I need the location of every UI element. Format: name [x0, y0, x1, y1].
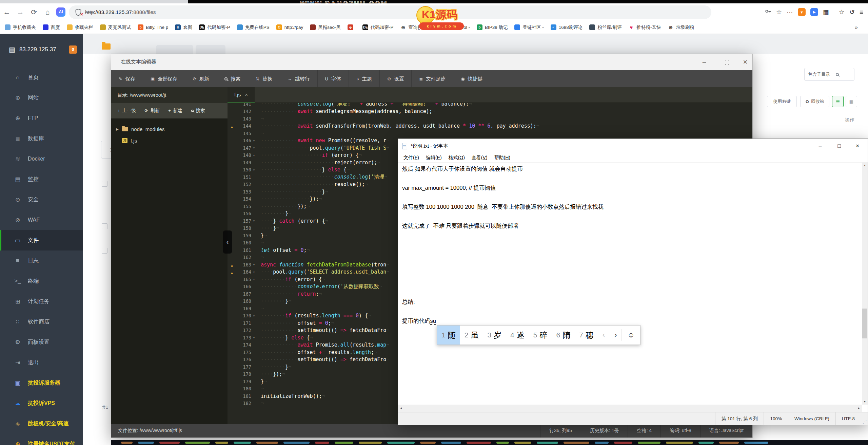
editor-minimize-button[interactable]: –: [698, 54, 710, 70]
editor-toolbar-button[interactable]: ▣全部保存: [143, 70, 185, 87]
notepad-text-area[interactable]: 然后 如果有代币大于你设置的阈值 就会自动提币var max_amount = …: [398, 163, 862, 405]
scroll-left-icon[interactable]: ◄: [398, 405, 404, 411]
ime-candidate[interactable]: 1随: [437, 326, 460, 345]
row-checkbox[interactable]: [102, 223, 107, 229]
bookmark-item[interactable]: ⊕垃圾刷粉: [668, 24, 694, 31]
bookmark-item[interactable]: 粉丝库/刷评: [589, 24, 622, 31]
fold-cell[interactable]: ▾: [251, 153, 261, 157]
editor-toolbar-button[interactable]: 搜索: [217, 70, 248, 87]
notepad-menu-item[interactable]: 帮助(H): [491, 155, 514, 161]
file-search-box[interactable]: 包含子目录: [804, 68, 854, 81]
address-bar[interactable]: × http://83.229.125.37:8888/files: [69, 5, 711, 19]
sidebar-item-17[interactable]: ◈跳板机/安全/高速: [0, 413, 83, 434]
browser-menu-icon[interactable]: ≡: [860, 8, 863, 16]
sidebar-item-1[interactable]: ⊕网站: [0, 88, 83, 108]
directory-path[interactable]: 目录: /www/wwwroot/jt: [111, 87, 228, 103]
scrollbar-thumb[interactable]: [862, 309, 867, 338]
ime-next-page-icon[interactable]: ›: [610, 326, 622, 345]
bookmark-item[interactable]: 黑帽seo-黑: [310, 24, 341, 31]
line-number[interactable]: 174: [236, 342, 251, 348]
fold-cell[interactable]: ▾: [251, 336, 261, 339]
ime-prev-page-icon[interactable]: ‹: [598, 326, 610, 345]
line-number[interactable]: 154: [236, 196, 251, 202]
tree-collapse-handle[interactable]: ‹: [223, 230, 232, 254]
sidebar-item-16[interactable]: ☁抗投诉VPS: [0, 393, 83, 413]
line-number[interactable]: 176: [236, 357, 251, 362]
sidebar-item-11[interactable]: ⊞计划任务: [0, 291, 83, 312]
line-number[interactable]: 163: [236, 262, 251, 267]
line-number[interactable]: 147: [236, 145, 251, 151]
sidebar-item-18[interactable]: ⊕注册域名USDT支付: [0, 434, 83, 445]
sidebar-item-7[interactable]: ⊘WAF: [0, 210, 83, 230]
line-number[interactable]: 156: [236, 211, 251, 216]
bookmark-item[interactable]: 免费在线PS: [237, 24, 270, 31]
sidebar-item-4[interactable]: ≋Docker: [0, 149, 83, 169]
fold-cell[interactable]: ▾: [251, 314, 261, 318]
notepad-titlebar[interactable]: *说明.txt - 记事本 – □ ×: [398, 139, 868, 153]
bookmark-item[interactable]: H套图: [175, 24, 192, 31]
bookmark-item[interactable]: 登链社区 -: [514, 24, 544, 31]
line-number[interactable]: 167: [236, 291, 251, 297]
sidebar-item-5[interactable]: ▤监控: [0, 169, 83, 189]
ime-candidate[interactable]: 4遂: [506, 326, 529, 345]
tree-toolbar-button[interactable]: 搜索: [187, 108, 210, 114]
line-number[interactable]: 144: [236, 123, 251, 129]
forward-icon[interactable]: →: [14, 8, 27, 16]
line-number[interactable]: 145: [236, 131, 251, 136]
fold-cell[interactable]: ▾: [251, 146, 261, 150]
line-number[interactable]: 143: [236, 116, 251, 122]
ime-candidate[interactable]: 5碎: [529, 326, 552, 345]
extensions-grid-icon[interactable]: ▦: [823, 8, 829, 16]
line-number[interactable]: 170: [236, 313, 251, 318]
bookmark-item[interactable]: bBIP39 助记: [477, 24, 508, 31]
tree-toolbar-button[interactable]: ⟳刷新: [140, 108, 164, 114]
line-number[interactable]: 146: [236, 138, 251, 143]
sidebar-item-3[interactable]: ≣数据库: [0, 128, 83, 149]
sidebar-item-0[interactable]: ⌂首页: [0, 67, 83, 88]
notepad-menu-item[interactable]: 文件(F): [400, 155, 422, 161]
bookmark-item[interactable]: Ohttp://pay: [276, 24, 303, 30]
tab-fjs[interactable]: f.js ×: [228, 87, 255, 103]
fold-cell[interactable]: ▾: [251, 263, 261, 266]
editor-toolbar-button[interactable]: ◑主题: [349, 70, 380, 87]
resize-grip[interactable]: ⋰: [861, 412, 868, 425]
bookmark-item[interactable]: DE代码加密-P: [199, 24, 230, 31]
sidebar-item-15[interactable]: ▣抗投诉服务器: [0, 373, 83, 393]
folder-tab-icon[interactable]: [102, 43, 111, 50]
bookmark-item[interactable]: 收藏夹栏: [67, 24, 93, 31]
path-tab[interactable]: [196, 45, 225, 54]
line-number[interactable]: 177: [236, 364, 251, 370]
line-number[interactable]: 165: [236, 277, 251, 282]
line-number[interactable]: 155: [236, 204, 251, 209]
scroll-down-icon[interactable]: ▼: [862, 399, 868, 405]
fold-cell[interactable]: ▾: [251, 270, 261, 274]
fold-cell[interactable]: ▾: [251, 168, 261, 172]
notepad-menu-item[interactable]: 查看(V): [468, 155, 491, 161]
bookmark-item[interactable]: ⊕查询授权TR: [400, 24, 433, 31]
ime-emoji-icon[interactable]: ☺: [622, 326, 640, 345]
line-number[interactable]: 162: [236, 255, 251, 260]
sidebar-item-10[interactable]: >_终端: [0, 271, 83, 291]
line-number[interactable]: 166: [236, 284, 251, 289]
editor-toolbar-button[interactable]: ⇅替换: [248, 70, 280, 87]
ime-candidate[interactable]: 7穗: [575, 326, 598, 345]
notepad-close-button[interactable]: ×: [850, 139, 865, 153]
sidebar-item-12[interactable]: ∷软件商店: [0, 312, 83, 332]
scroll-right-icon[interactable]: ►: [856, 405, 862, 411]
line-number[interactable]: 175: [236, 350, 251, 355]
line-number[interactable]: 149: [236, 160, 251, 165]
line-number[interactable]: 181: [236, 393, 251, 399]
reading-list-icon[interactable]: ☆: [839, 8, 845, 16]
bookmark-item[interactable]: ✓1688刷评论: [551, 24, 583, 31]
line-number[interactable]: 160: [236, 240, 251, 245]
message-badge[interactable]: 0: [69, 45, 77, 54]
sidebar-item-8[interactable]: ▭文件: [0, 230, 83, 251]
line-number[interactable]: 173: [236, 335, 251, 340]
sidebar-item-6[interactable]: ⊙安全: [0, 189, 83, 210]
editor-titlebar[interactable]: 在线文本编辑器 – ×: [111, 54, 752, 70]
tab-close-icon[interactable]: ×: [245, 92, 248, 97]
reload-icon[interactable]: ⟳: [27, 8, 41, 16]
row-checkbox[interactable]: [102, 248, 107, 254]
line-number[interactable]: 179: [236, 379, 251, 384]
use-right-key-button[interactable]: 使用右键: [767, 96, 797, 107]
